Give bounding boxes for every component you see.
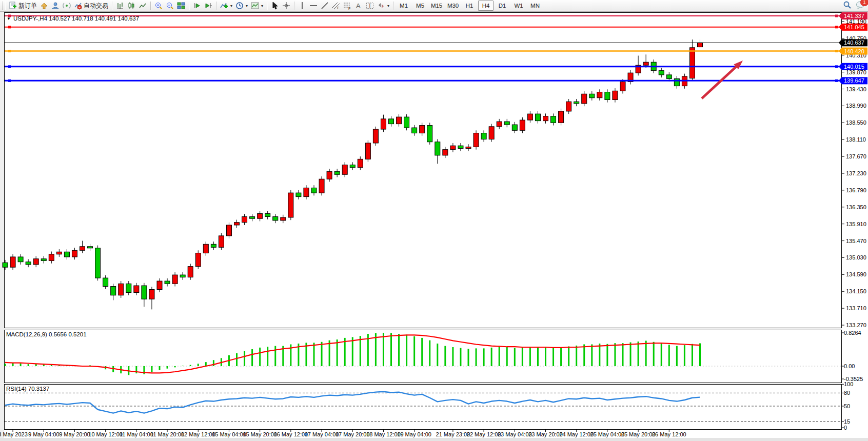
line-handle <box>8 79 11 82</box>
trendline-button[interactable] <box>319 1 330 11</box>
chevron-down-icon: ▾ <box>387 4 389 8</box>
text-icon: A <box>354 2 363 10</box>
candle-body <box>458 146 463 148</box>
candle-body <box>142 286 147 299</box>
horizontal-line-button[interactable] <box>308 1 319 11</box>
tab-timeframe-w1[interactable]: W1 <box>511 1 526 11</box>
new-order-button[interactable]: 新订单 <box>7 1 38 11</box>
candle-body <box>126 284 131 292</box>
candle-body <box>566 102 571 111</box>
chart-title: USDJPY-,H4 140.527 140.718 140.491 140.6… <box>13 15 139 22</box>
tile-windows-button[interactable] <box>175 1 187 11</box>
periods-button[interactable]: ▾ <box>234 1 249 11</box>
candle-body <box>643 62 648 65</box>
candle-body <box>165 281 170 284</box>
candle-body <box>64 252 69 257</box>
text-label-icon: T <box>366 2 374 10</box>
cursor-button[interactable] <box>269 1 281 11</box>
rsi-tick-label: 50 <box>844 403 850 409</box>
rsi-label: RSI(14) 70.3137 <box>6 386 49 392</box>
candle-body <box>41 259 46 261</box>
line-chart-button[interactable] <box>137 1 148 11</box>
line-handle <box>835 50 838 52</box>
tab-timeframe-h1[interactable]: H1 <box>462 1 477 11</box>
text-label-button[interactable]: T <box>364 1 376 11</box>
price-tick-label: 137.670 <box>846 153 866 159</box>
candlestick-icon <box>127 2 135 10</box>
price-tick-label: 136.790 <box>846 187 866 193</box>
templates-button[interactable]: ▾ <box>249 1 265 11</box>
bar-chart-button[interactable] <box>114 1 126 11</box>
toolbar-separator <box>393 2 393 10</box>
candle-body <box>597 92 602 98</box>
tab-timeframe-h4[interactable]: H4 <box>478 1 494 11</box>
auto-scroll-icon <box>193 2 201 10</box>
text-button[interactable]: A <box>353 1 364 11</box>
line-handle <box>8 26 11 28</box>
indicators-button[interactable]: ▾ <box>219 1 234 11</box>
date-label: 17 May 20:00 <box>336 431 370 437</box>
crosshair-button[interactable] <box>281 1 292 11</box>
tab-timeframe-m15[interactable]: M15 <box>429 1 444 11</box>
chevron-down-icon: ▾ <box>230 4 232 8</box>
date-label: 12 May 12:00 <box>181 431 215 437</box>
candle-body <box>80 247 85 250</box>
candle-body <box>605 92 610 100</box>
candle-body <box>404 117 409 128</box>
candle-body <box>381 119 386 129</box>
macd-pane <box>5 330 842 383</box>
signals-button[interactable] <box>61 1 72 11</box>
chevron-down-icon: ▾ <box>246 4 248 8</box>
line-handle <box>835 26 838 28</box>
fibonacci-icon: F <box>343 2 351 10</box>
candlestick-button[interactable] <box>126 1 137 11</box>
price-tick-label: 134.150 <box>846 288 866 294</box>
line-handle <box>835 15 838 17</box>
search-icon[interactable] <box>843 1 852 11</box>
candle-body <box>18 257 23 262</box>
line-handle <box>835 79 838 82</box>
candle-body <box>219 236 224 247</box>
macd-tick-label: 0.8264 <box>844 330 861 336</box>
auto-scroll-button[interactable] <box>191 1 203 11</box>
tab-timeframe-m5[interactable]: M5 <box>412 1 428 11</box>
rsi-pane <box>5 385 842 430</box>
arrows-icon <box>377 2 385 10</box>
main-pane <box>5 13 842 328</box>
arrows-button[interactable]: ▾ <box>376 1 391 11</box>
tab-timeframe-m30[interactable]: M30 <box>445 1 461 11</box>
svg-text:E: E <box>337 6 340 10</box>
date-label: 25 May 04:00 <box>590 431 625 437</box>
price-chart[interactable]: 141.190140.750140.310139.870139.430138.9… <box>0 12 868 441</box>
candle-body <box>659 71 664 75</box>
chat-icon[interactable]: 1 <box>856 1 865 11</box>
toolbar-grip <box>3 2 6 10</box>
candle-body <box>443 150 448 155</box>
autotrade-button[interactable]: 自动交易 <box>72 1 110 11</box>
tab-timeframe-d1[interactable]: D1 <box>495 1 510 11</box>
chart-shift-button[interactable] <box>203 1 214 11</box>
date-label: 11 May 04:00 <box>120 431 153 437</box>
candle-body <box>234 223 240 225</box>
candle-body <box>365 143 370 159</box>
date-label: 10 May 12:00 <box>88 431 123 437</box>
candle-body <box>311 188 317 193</box>
fibonacci-button[interactable]: F <box>342 1 353 11</box>
vertical-line-button[interactable] <box>297 1 308 11</box>
vertical-line-icon <box>298 2 306 10</box>
date-label: 25 May 20:00 <box>621 431 656 437</box>
price-tick-label: 133.710 <box>846 305 866 311</box>
market-watch-button[interactable] <box>38 1 50 11</box>
equidistant-channel-button[interactable]: E <box>330 1 342 11</box>
candle-body <box>589 94 595 97</box>
tab-timeframe-mn[interactable]: MN <box>527 1 543 11</box>
tab-timeframe-m1[interactable]: M1 <box>396 1 411 11</box>
zoom-in-button[interactable] <box>153 1 164 11</box>
price-badge-label: 139.647 <box>844 77 864 84</box>
date-label: 9 May 04:00 <box>28 431 60 437</box>
zoom-out-button[interactable] <box>164 1 175 11</box>
line-handle <box>8 65 11 68</box>
community-button[interactable] <box>50 1 61 11</box>
line-handle <box>835 65 838 68</box>
candle-body <box>535 114 540 121</box>
